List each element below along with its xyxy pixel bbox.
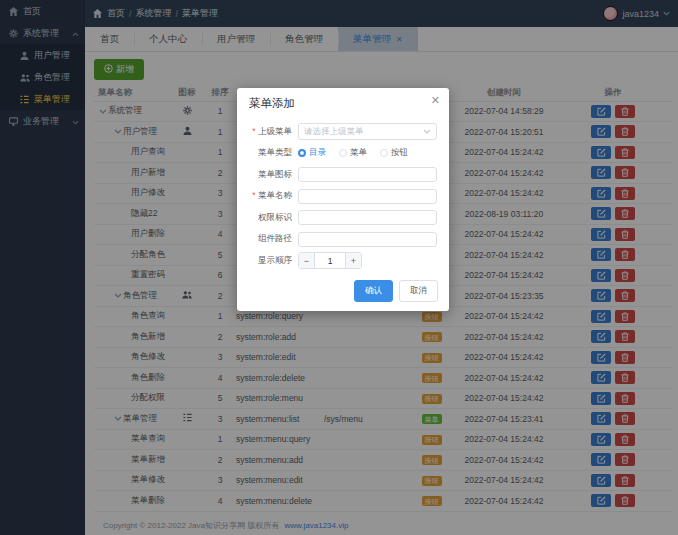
- parent-menu-label: 上级菜单: [243, 126, 298, 138]
- menu-add-dialog: 菜单添加 ✕ 上级菜单 请选择上级菜单 菜单类型 目录菜单按钮 菜单图标 菜单名…: [237, 88, 449, 311]
- menu-type-radio-1[interactable]: 菜单: [339, 147, 367, 159]
- path-input[interactable]: [298, 232, 437, 247]
- menu-type-radio-2[interactable]: 按钮: [380, 147, 408, 159]
- order-label: 显示顺序: [243, 255, 298, 267]
- dialog-body: 上级菜单 请选择上级菜单 菜单类型 目录菜单按钮 菜单图标 菜单名称 权限标识 …: [237, 115, 449, 272]
- close-icon[interactable]: ✕: [431, 95, 440, 106]
- dialog-title: 菜单添加: [249, 97, 295, 109]
- menu-name-input[interactable]: [298, 189, 437, 204]
- menu-icon-input[interactable]: [298, 167, 437, 182]
- menu-type-row: 菜单类型 目录菜单按钮: [243, 143, 437, 165]
- radio-dot-icon: [380, 149, 388, 157]
- perm-row: 权限标识: [243, 207, 437, 229]
- chevron-down-icon: [423, 129, 431, 134]
- radio-dot-icon: [298, 149, 306, 157]
- path-row: 组件路径: [243, 229, 437, 251]
- stepper-increase-button[interactable]: +: [345, 253, 361, 268]
- menu-icon-label: 菜单图标: [243, 169, 298, 181]
- dialog-header: 菜单添加 ✕: [237, 88, 449, 115]
- radio-label: 按钮: [391, 147, 408, 159]
- path-label: 组件路径: [243, 233, 298, 245]
- cancel-button[interactable]: 取消: [399, 280, 438, 302]
- parent-menu-placeholder: 请选择上级菜单: [304, 126, 364, 138]
- menu-name-label: 菜单名称: [243, 190, 298, 202]
- order-row: 显示顺序 − 1 +: [243, 250, 437, 272]
- menu-type-radio-0[interactable]: 目录: [298, 147, 326, 159]
- menu-name-row: 菜单名称: [243, 186, 437, 208]
- menu-icon-row: 菜单图标: [243, 164, 437, 186]
- stepper-decrease-button[interactable]: −: [299, 253, 315, 268]
- order-value[interactable]: 1: [315, 253, 345, 268]
- parent-menu-select[interactable]: 请选择上级菜单: [298, 123, 437, 140]
- perm-label: 权限标识: [243, 212, 298, 224]
- confirm-button[interactable]: 确认: [354, 280, 393, 302]
- radio-dot-icon: [339, 149, 347, 157]
- perm-input[interactable]: [298, 210, 437, 225]
- menu-type-label: 菜单类型: [243, 147, 298, 159]
- radio-label: 目录: [309, 147, 326, 159]
- radio-label: 菜单: [350, 147, 367, 159]
- order-stepper: − 1 +: [298, 252, 362, 269]
- dialog-footer: 确认 取消: [354, 280, 438, 302]
- parent-menu-row: 上级菜单 请选择上级菜单: [243, 121, 437, 143]
- menu-type-radio-group: 目录菜单按钮: [298, 147, 421, 159]
